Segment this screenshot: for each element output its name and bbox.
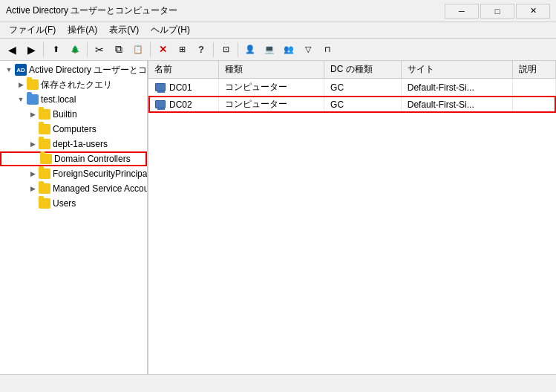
cell-site-dc01: Default-First-Si...: [401, 79, 513, 97]
tree-label-domain-controllers: Domain Controllers: [54, 154, 131, 164]
tree-label-test-local: test.local: [41, 94, 76, 105]
cell-dctype-dc01: GC: [324, 79, 402, 97]
menu-item-action[interactable]: 操作(A): [62, 22, 103, 38]
ad-icon: AD: [15, 64, 27, 76]
tree-label-managed: Managed Service Accou...: [53, 183, 148, 194]
folder-icon-testlocal: [27, 94, 39, 105]
tree-label-dept-1a: dept-1a-users: [53, 139, 108, 149]
filter2-button[interactable]: ⊓: [318, 41, 336, 59]
copy-button[interactable]: ⧉: [110, 41, 128, 59]
toolbar-separator-5: [238, 42, 238, 57]
cell-dctype-dc02: GC: [324, 96, 402, 113]
table-row-dc01[interactable]: DC01 コンピューター GC Default-First-Si...: [148, 79, 556, 97]
dc01-icon: [154, 82, 166, 94]
expand-icon-dept1a: ▶: [27, 138, 39, 150]
properties-button[interactable]: ⊞: [173, 41, 191, 59]
dc02-icon: [154, 99, 166, 111]
forward-button[interactable]: ▶: [22, 41, 40, 59]
cut-button[interactable]: ✂: [91, 41, 108, 59]
cell-site-dc02: Default-First-Si...: [401, 96, 513, 113]
dc02-name: DC02: [169, 99, 192, 110]
toolbar-separator-4: [213, 42, 214, 57]
menu-item-view[interactable]: 表示(V): [103, 22, 145, 38]
delete-button[interactable]: ✕: [154, 41, 171, 59]
col-desc[interactable]: 説明: [513, 61, 556, 79]
tree-item-managed[interactable]: ▶ Managed Service Accou...: [0, 181, 147, 196]
groups-button[interactable]: 👥: [280, 41, 298, 59]
computers-button[interactable]: 💻: [261, 41, 278, 59]
export-button[interactable]: ⊡: [217, 41, 235, 59]
expand-icon: ▼: [3, 64, 15, 76]
list-table: 名前 種類 DC の種類 サイト 説明 DC01: [148, 61, 556, 113]
folder-icon-computers: [39, 123, 50, 135]
cell-desc-dc01: [513, 79, 556, 97]
back-button[interactable]: ◀: [3, 41, 21, 59]
status-text: [3, 379, 5, 388]
tree-label-saved-queries: 保存されたクエリ: [41, 79, 112, 91]
column-header-row: 名前 種類 DC の種類 サイト 説明: [148, 61, 556, 79]
tree-item-test-local[interactable]: ▼ test.local: [0, 92, 147, 107]
window-controls: ─ □ ✕: [445, 4, 550, 19]
right-pane: 名前 種類 DC の種類 サイト 説明 DC01: [148, 61, 556, 374]
maximize-button[interactable]: □: [480, 4, 514, 19]
tree-label-users: Users: [53, 198, 76, 209]
title-bar: Active Directory ユーザーとコンピューター ─ □ ✕: [0, 0, 556, 22]
tree-item-root[interactable]: ▼ AD Active Directory ユーザーとコンピュ...: [0, 62, 147, 77]
main-area: ▼ AD Active Directory ユーザーとコンピュ... ▶ 保存さ…: [0, 61, 556, 374]
tree-label-foreign: ForeignSecurityPrincipal...: [53, 169, 148, 179]
col-dc-type[interactable]: DC の種類: [324, 61, 402, 79]
folder-icon-dc: [40, 153, 52, 165]
dc01-name: DC01: [169, 82, 192, 93]
tree-item-users[interactable]: Users: [0, 196, 147, 211]
expand-icon-foreign: ▶: [27, 168, 39, 180]
up-button[interactable]: ⬆: [47, 41, 65, 59]
col-name[interactable]: 名前: [148, 61, 219, 79]
folder-icon-users: [39, 197, 50, 209]
cell-desc-dc02: [513, 96, 556, 113]
toolbar-separator-3: [150, 42, 151, 57]
cell-type-dc02: コンピューター: [219, 96, 324, 113]
expand-icon-managed: ▶: [27, 183, 39, 195]
title-text: Active Directory ユーザーとコンピューター: [6, 4, 445, 17]
cell-name-dc02: DC02: [148, 96, 219, 113]
tree-item-foreign[interactable]: ▶ ForeignSecurityPrincipal...: [0, 166, 147, 181]
minimize-button[interactable]: ─: [445, 4, 479, 19]
paste-button[interactable]: 📋: [129, 41, 147, 59]
tree-item-domain-controllers[interactable]: Domain Controllers: [0, 151, 147, 166]
menu-bar: ファイル(F)操作(A)表示(V)ヘルプ(H): [0, 22, 556, 39]
folder-icon-dept1a: [39, 138, 50, 150]
toolbar-separator-1: [43, 42, 44, 57]
help-button[interactable]: ?: [192, 41, 210, 59]
expand-icon-saved: ▶: [15, 79, 27, 91]
tree-label-computers: Computers: [53, 124, 97, 134]
table-row-dc02[interactable]: DC02 コンピューター GC Default-First-Si...: [148, 96, 556, 113]
users-button[interactable]: 👤: [241, 41, 259, 59]
expand-icon-builtin: ▶: [27, 108, 39, 120]
cell-type-dc01: コンピューター: [219, 79, 324, 97]
folder-icon-builtin: [39, 108, 50, 120]
filter-button[interactable]: ▽: [299, 41, 317, 59]
folder-icon-saved: [27, 79, 39, 91]
folder-icon-foreign: [39, 168, 50, 180]
toolbar: ◀ ▶ ⬆ 🌲 ✂ ⧉ 📋 ✕ ⊞ ? ⊡ 👤 💻 👥 ▽ ⊓: [0, 39, 556, 61]
tree-item-dept-1a[interactable]: ▶ dept-1a-users: [0, 137, 147, 151]
toolbar-separator-2: [87, 42, 88, 57]
tree-label-root: Active Directory ユーザーとコンピュ...: [29, 64, 148, 76]
close-button[interactable]: ✕: [516, 4, 550, 19]
show-tree-button[interactable]: 🌲: [66, 41, 84, 59]
col-site[interactable]: サイト: [401, 61, 513, 79]
tree-item-saved-queries[interactable]: ▶ 保存されたクエリ: [0, 77, 147, 92]
expand-icon-testlocal: ▼: [15, 94, 27, 105]
tree-pane: ▼ AD Active Directory ユーザーとコンピュ... ▶ 保存さ…: [0, 61, 148, 374]
tree-item-computers[interactable]: Computers: [0, 122, 147, 137]
col-type[interactable]: 種類: [219, 61, 324, 79]
menu-item-file[interactable]: ファイル(F): [3, 22, 62, 38]
menu-item-help[interactable]: ヘルプ(H): [145, 22, 196, 38]
tree-label-builtin: Builtin: [53, 109, 77, 120]
tree-item-builtin[interactable]: ▶ Builtin: [0, 107, 147, 122]
cell-name-dc01: DC01: [148, 79, 219, 97]
status-bar: [0, 374, 556, 392]
folder-icon-managed: [39, 183, 50, 195]
